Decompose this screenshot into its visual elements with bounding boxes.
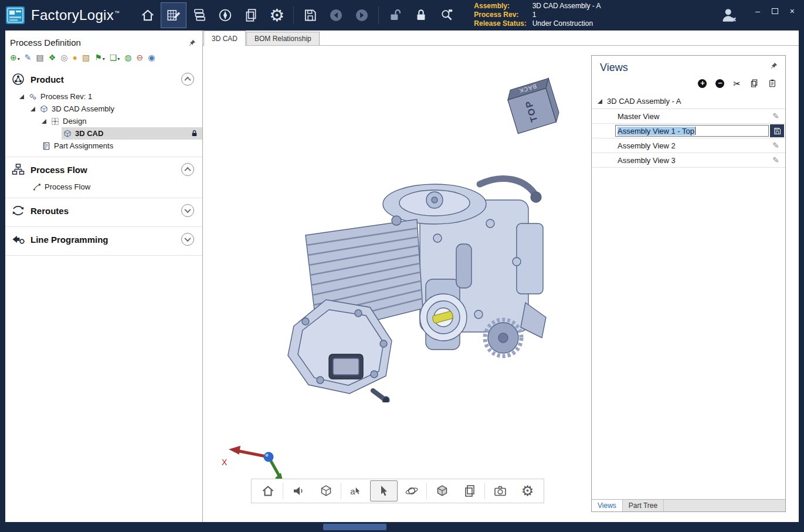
compass-icon	[218, 8, 233, 23]
close-button[interactable]: ×	[790, 7, 795, 15]
lock-button[interactable]	[408, 2, 434, 28]
user-logout-button[interactable]	[720, 6, 738, 24]
visibility-button[interactable]	[284, 480, 312, 501]
release-button[interactable]	[434, 2, 460, 28]
section-title: Process Flow	[30, 165, 176, 175]
remove-view-button[interactable]: −	[715, 79, 724, 88]
package-button[interactable]: ▧	[82, 53, 90, 62]
process-rev-label: Process Rev:	[474, 11, 526, 19]
copy-view-button[interactable]	[749, 79, 759, 88]
release-search-icon	[439, 8, 454, 23]
expander-icon[interactable]	[598, 99, 602, 104]
pin-icon[interactable]	[770, 62, 778, 70]
view-item-master[interactable]: Master View ✎	[592, 109, 785, 124]
flag-button[interactable]: ⚑▾	[94, 53, 105, 62]
routing-button[interactable]: ❖	[49, 53, 56, 62]
tree-item-3d-cad-assembly[interactable]: 3D CAD Assembly	[5, 103, 202, 115]
info-button[interactable]: ◉	[148, 53, 155, 62]
select-button[interactable]	[370, 480, 398, 501]
forward-button[interactable]	[349, 2, 375, 28]
tree-item-design[interactable]: Design	[5, 115, 202, 127]
process-flow-section-header[interactable]: Process Flow	[5, 157, 202, 181]
chevron-down-icon	[184, 235, 191, 242]
selected-tree-item[interactable]: 3D CAD	[62, 127, 202, 140]
snapshot-button[interactable]	[486, 480, 514, 501]
pages-icon	[463, 484, 477, 498]
maximize-button[interactable]	[772, 8, 778, 14]
assembly-value: 3D CAD Assembly - A	[532, 2, 601, 11]
collapse-section-button[interactable]	[181, 163, 194, 176]
collapse-section-button[interactable]	[181, 73, 194, 86]
expand-section-button[interactable]	[181, 204, 194, 217]
layers-button[interactable]	[456, 480, 483, 501]
print-button[interactable]: ▤	[36, 53, 43, 62]
edit-pencil-icon[interactable]: ✎	[772, 141, 779, 150]
unlock-button[interactable]	[382, 2, 408, 28]
labels-button[interactable]: a	[342, 480, 370, 501]
documents-button[interactable]	[238, 2, 264, 28]
save-button[interactable]	[297, 2, 323, 28]
tab-part-tree[interactable]: Part Tree	[623, 500, 664, 511]
inspect-button[interactable]: ◎	[60, 53, 67, 62]
speaker-icon	[291, 484, 306, 498]
tree-item-process-flow[interactable]: Process Flow	[5, 181, 202, 193]
settings-button[interactable]: ⚙	[264, 2, 290, 28]
line-programming-section-header[interactable]: Line Programming	[5, 227, 202, 250]
product-section-header[interactable]: Product	[5, 67, 202, 90]
orbit-button[interactable]	[398, 480, 425, 501]
locked-icon	[190, 129, 199, 138]
expander-icon[interactable]	[42, 119, 46, 124]
tree-item-3d-cad[interactable]: 3D CAD	[5, 127, 202, 140]
lamp-button[interactable]: ●	[73, 53, 77, 62]
view-item-assembly-1[interactable]: Assembly View 1 - Top	[592, 124, 785, 138]
cad-viewport[interactable]: BACK TOP	[203, 46, 799, 522]
book-icon	[42, 141, 51, 151]
tab-views[interactable]: Views	[592, 500, 623, 511]
forward-arrow-icon	[354, 8, 369, 23]
text-caret	[695, 127, 696, 135]
remove-button[interactable]: ⊖	[137, 53, 144, 62]
annotate-button[interactable]: ✎	[25, 53, 32, 62]
view-item-assembly-3[interactable]: Assembly View 3 ✎	[592, 153, 785, 168]
process-definition-panel: Process Definition ⊕▾ ✎ ▤ ❖ ◎ ● ▧ ⚑▾ ❏▾ …	[5, 31, 203, 522]
view-name-input[interactable]: Assembly View 1 - Top	[615, 125, 769, 137]
expander-icon[interactable]	[19, 94, 24, 99]
line-programming-icon	[11, 232, 25, 246]
save-view-button[interactable]	[770, 124, 784, 137]
navigator-button[interactable]	[212, 2, 238, 28]
tree-item-process-rev[interactable]: Process Rev: 1	[5, 90, 202, 103]
cut-view-button[interactable]: ✂	[733, 79, 741, 88]
views-panel: Views + − ✂ 3D CAD Assembly - A	[591, 55, 786, 512]
expander-icon[interactable]	[30, 107, 35, 111]
brand-name: FactoryLogix™	[31, 7, 120, 23]
back-button[interactable]	[323, 2, 349, 28]
viewer-settings-button[interactable]: ⚙	[514, 480, 541, 501]
gears-icon	[28, 92, 38, 101]
edit-pencil-icon[interactable]: ✎	[772, 111, 779, 121]
toolbar-separator	[283, 483, 283, 499]
reroutes-section-header[interactable]: Reroutes	[5, 198, 202, 222]
views-root-item[interactable]: 3D CAD Assembly - A	[592, 94, 785, 109]
templates-button[interactable]	[186, 2, 212, 28]
pin-icon[interactable]	[188, 39, 196, 47]
copy-icon	[749, 79, 759, 88]
tab-bom-relationship[interactable]: BOM Relationship	[246, 32, 320, 45]
view-item-assembly-2[interactable]: Assembly View 2 ✎	[592, 138, 785, 153]
add-view-button[interactable]: +	[698, 79, 707, 88]
cursor-icon	[377, 484, 391, 498]
edit-pencil-icon[interactable]: ✎	[772, 155, 779, 165]
paste-view-button[interactable]	[768, 79, 777, 88]
shaded-view-button[interactable]	[312, 480, 340, 501]
toolbar-separator	[293, 6, 294, 24]
minimize-button[interactable]: –	[755, 7, 760, 15]
home-button[interactable]	[135, 2, 161, 28]
add-button[interactable]: ⊕▾	[10, 53, 20, 62]
expand-section-button[interactable]	[181, 233, 194, 246]
tree-item-part-assignments[interactable]: Part Assignments	[5, 140, 202, 152]
isometric-button[interactable]	[428, 480, 456, 501]
globe-button[interactable]: ◍	[124, 53, 131, 62]
fit-home-button[interactable]	[254, 480, 281, 501]
tab-3d-cad[interactable]: 3D CAD	[203, 31, 246, 46]
export-button[interactable]: ❏▾	[110, 53, 120, 62]
process-definition-button[interactable]	[161, 2, 186, 28]
